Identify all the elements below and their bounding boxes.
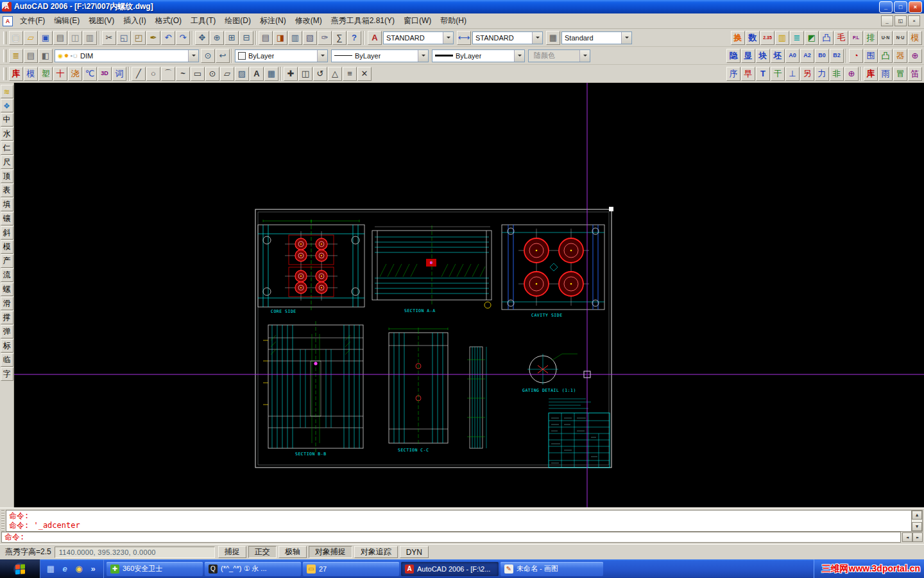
copy-tool-icon[interactable]: ◫: [298, 67, 312, 81]
save-icon[interactable]: ▣: [38, 31, 53, 45]
snap-toggle[interactable]: 捕捉: [218, 546, 246, 558]
sidebar-char-button[interactable]: 流: [1, 268, 13, 282]
dim-style-combo[interactable]: STANDARD: [472, 31, 543, 44]
otrack-toggle[interactable]: 对象追踪: [354, 546, 398, 558]
command-window-grip[interactable]: [1, 510, 4, 532]
sidebar-tools-icon[interactable]: ❖: [1, 99, 13, 112]
properties-palette-icon[interactable]: ▤: [259, 31, 273, 45]
osnap-toggle[interactable]: 对象捕捉: [309, 546, 352, 558]
menu-item[interactable]: 视图(V): [84, 13, 119, 29]
yanxiu-corner-icon[interactable]: ◩: [805, 31, 819, 45]
sidebar-char-button[interactable]: 滑: [1, 297, 13, 310]
text-style-icon[interactable]: A: [368, 31, 382, 45]
table-style-combo[interactable]: Standard: [561, 31, 632, 44]
color-combo[interactable]: ByLayer: [235, 49, 328, 62]
yanxiu-hide-icon[interactable]: 隐: [726, 49, 740, 63]
cut-icon[interactable]: ✂: [102, 31, 116, 45]
quick-launch-expand-icon[interactable]: »: [87, 563, 99, 575]
yanxiu-3d-icon[interactable]: 3D: [98, 67, 112, 81]
yanxiu-b0-icon[interactable]: B0: [815, 49, 829, 63]
paste-icon[interactable]: ◰: [132, 31, 146, 45]
text-style-combo[interactable]: STANDARD: [383, 31, 454, 44]
drawing-canvas[interactable]: CORE SIDE SECTION A-A: [14, 83, 924, 507]
yanxiu-un-icon[interactable]: U·N: [878, 31, 893, 45]
dropdown-arrow-icon[interactable]: [579, 50, 590, 62]
media-player-icon[interactable]: ◉: [73, 563, 85, 575]
doc-restore-button[interactable]: ◱: [894, 15, 907, 26]
scroll-right-icon[interactable]: ►: [912, 532, 923, 542]
task-mspaint[interactable]: ✎ 未命名 - 画图: [501, 562, 603, 576]
yanxiu-not-icon[interactable]: 非: [830, 67, 844, 81]
sidebar-char-button[interactable]: 螺: [1, 283, 13, 296]
pan-icon[interactable]: ✥: [195, 31, 209, 45]
coordinate-readout[interactable]: 1140.0000, 395.3230, 0.0000: [55, 547, 215, 558]
menu-item[interactable]: 工具(T): [186, 13, 220, 29]
command-hscrollbar[interactable]: ◄ ►: [902, 532, 923, 542]
yanxiu-force-icon[interactable]: 力: [815, 67, 829, 81]
polar-toggle[interactable]: 极轴: [278, 546, 307, 558]
donut-tool-icon[interactable]: ⊙: [205, 67, 219, 81]
zoom-window-icon[interactable]: ⊞: [225, 31, 239, 45]
lineweight-combo[interactable]: ByLayer: [432, 49, 525, 62]
start-button[interactable]: [0, 559, 40, 578]
sidebar-char-button[interactable]: 水: [1, 127, 13, 141]
plot-icon[interactable]: ▤: [53, 31, 67, 45]
yanxiu-show-icon[interactable]: 显: [741, 49, 755, 63]
zoom-previous-icon[interactable]: ⊟: [239, 31, 253, 45]
sidebar-char-button[interactable]: 标: [1, 339, 13, 353]
dropdown-arrow-icon[interactable]: [418, 50, 428, 62]
dropdown-arrow-icon[interactable]: [532, 32, 542, 44]
move-tool-icon[interactable]: ✚: [284, 67, 298, 81]
zoom-realtime-icon[interactable]: ⊕: [210, 31, 224, 45]
yanxiu-block-icon[interactable]: 块: [756, 49, 770, 63]
dyn-toggle[interactable]: DYN: [400, 546, 429, 558]
minimize-button[interactable]: _: [879, 1, 893, 13]
menu-item[interactable]: 修改(M): [291, 13, 327, 29]
yanxiu-list-icon[interactable]: ≣: [790, 31, 804, 45]
sidebar-char-button[interactable]: 临: [1, 353, 13, 367]
table-style-icon[interactable]: ▦: [546, 31, 560, 45]
scroll-up-icon[interactable]: ▲: [912, 511, 922, 520]
task-qq[interactable]: Q (*^_^*) ① 永 ...: [205, 562, 301, 576]
help-icon[interactable]: ?: [347, 31, 361, 45]
yanxiu-library2-icon[interactable]: 库: [864, 67, 878, 81]
show-desktop-icon[interactable]: ▦: [44, 563, 57, 575]
sidebar-char-button[interactable]: 填: [1, 198, 13, 211]
menu-item[interactable]: 窗口(W): [399, 13, 436, 29]
make-object-layer-current-icon[interactable]: ⊙: [201, 49, 215, 63]
yanxiu-flute-icon[interactable]: 笛: [908, 67, 922, 81]
menu-item[interactable]: 帮助(H): [436, 13, 471, 29]
erase-tool-icon[interactable]: ✕: [357, 67, 372, 81]
yanxiu-scale-icon[interactable]: 2.35: [760, 31, 774, 45]
linetype-combo[interactable]: ByLayer: [331, 49, 429, 62]
plot-style-combo[interactable]: 随颜色: [528, 49, 590, 62]
hatch-tool-icon[interactable]: ▨: [235, 67, 249, 81]
yanxiu-circle-plus-icon[interactable]: ⊕: [844, 67, 859, 81]
sidebar-layers-icon[interactable]: ≋: [1, 85, 13, 98]
close-button[interactable]: ×: [909, 1, 922, 13]
copy-icon[interactable]: ◱: [117, 31, 131, 45]
offset-tool-icon[interactable]: ≡: [343, 67, 357, 81]
yanxiu-burr-icon[interactable]: 毛: [834, 31, 848, 45]
sidebar-char-button[interactable]: 中: [1, 113, 13, 127]
doc-minimize-button[interactable]: _: [881, 15, 893, 26]
layer-previous-icon[interactable]: ↩: [216, 49, 230, 63]
yanxiu-seq-icon[interactable]: 序: [726, 67, 740, 81]
sidebar-char-button[interactable]: 字: [1, 367, 13, 381]
yanxiu-part-icon[interactable]: 器: [893, 49, 907, 63]
command-scrollbar[interactable]: ▲ ▼: [912, 510, 923, 532]
layer-filter-icon[interactable]: ◧: [38, 49, 53, 63]
yanxiu-moldbase-icon[interactable]: 模: [24, 67, 38, 81]
sidebar-char-button[interactable]: 撑: [1, 311, 13, 324]
sidebar-char-button[interactable]: 产: [1, 254, 13, 268]
plot-preview-icon[interactable]: ◫: [68, 31, 82, 45]
dropdown-arrow-icon[interactable]: [443, 32, 453, 44]
yanxiu-parting-line-icon[interactable]: P.L: [849, 31, 863, 45]
rotate-tool-icon[interactable]: ↺: [313, 67, 327, 81]
selection-grip[interactable]: [609, 207, 613, 211]
toolbar-grip[interactable]: [3, 49, 6, 62]
designcenter-icon[interactable]: ◨: [273, 31, 287, 45]
yanxiu-temp-icon[interactable]: ℃: [83, 67, 97, 81]
scroll-down-icon[interactable]: ▼: [912, 522, 922, 531]
dropdown-arrow-icon[interactable]: [514, 50, 524, 62]
